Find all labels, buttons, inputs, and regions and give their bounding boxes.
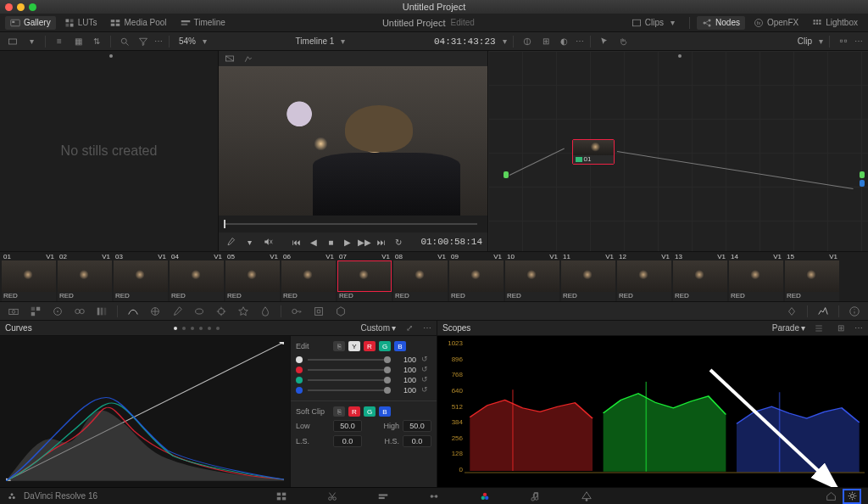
scrub-track[interactable] — [224, 223, 477, 225]
color-match-icon[interactable] — [27, 304, 44, 319]
sc-ls-field[interactable] — [333, 435, 362, 447]
link-channels-icon[interactable]: ⎘ — [333, 341, 345, 351]
rgb-mixer-icon[interactable] — [93, 304, 110, 319]
magic-mask-icon[interactable] — [235, 304, 252, 319]
clip-thumb-06[interactable]: 06V1 RED — [281, 252, 336, 301]
sc-b-chip[interactable]: B — [379, 406, 391, 417]
scope-options-icon[interactable] — [810, 321, 827, 336]
reset-icon[interactable]: ↺ — [421, 375, 431, 385]
chevron-down-icon[interactable]: ▾ — [341, 36, 345, 46]
zoom-level[interactable]: 54% — [175, 36, 199, 46]
slider-track[interactable] — [308, 389, 391, 391]
mute-audio-icon[interactable] — [261, 235, 275, 249]
reference-wipe-icon[interactable] — [242, 53, 254, 64]
camera-raw-icon[interactable] — [5, 304, 22, 319]
nodes-toggle[interactable]: Nodes — [697, 16, 745, 30]
clip-thumb-13[interactable]: 13V1 RED — [673, 252, 727, 301]
fusion-page-icon[interactable] — [427, 490, 441, 503]
playhead-timecode[interactable]: 01:00:58:14 — [420, 237, 482, 247]
intensity-slider-G[interactable]: 100 ↺ — [296, 375, 431, 385]
3d-icon[interactable] — [332, 304, 349, 319]
expand-icon[interactable]: ⤢ — [401, 321, 418, 336]
color-node-01[interactable]: 01 — [572, 139, 615, 165]
clip-thumb-14[interactable]: 14V1 RED — [729, 252, 783, 301]
clip-thumb-11[interactable]: 11V1 RED — [561, 252, 615, 301]
clip-thumbnail-strip[interactable]: 01V1 RED 02V1 RED 03V1 RED 04V1 RED 05V1… — [0, 251, 868, 302]
hdr-wheels-icon[interactable] — [71, 304, 88, 319]
node-zoom-out[interactable] — [836, 34, 851, 49]
list-view-button[interactable]: ≡ — [52, 34, 67, 49]
clip-thumb-04[interactable]: 04V1 RED — [170, 252, 224, 301]
play-button[interactable]: ▶ — [341, 235, 354, 249]
sc-r-chip[interactable]: R — [348, 406, 360, 417]
more-menu-icon[interactable]: ⋯ — [854, 36, 863, 46]
intensity-slider-Y[interactable]: 100 ↺ — [296, 355, 431, 365]
viewer-preview[interactable] — [219, 66, 487, 216]
curve-plot[interactable] — [0, 336, 291, 487]
filter-button[interactable] — [136, 34, 151, 49]
chevron-down-icon[interactable]: ▾ — [819, 36, 823, 46]
home-button[interactable] — [824, 490, 837, 503]
dropdown-icon[interactable]: ▾ — [242, 235, 256, 249]
go-last-button[interactable]: ⏭ — [375, 235, 388, 249]
more-menu-icon[interactable]: ⋯ — [854, 323, 863, 333]
sc-hs-field[interactable] — [403, 435, 431, 447]
color-page-icon[interactable] — [478, 490, 492, 503]
chevron-down-icon[interactable]: ▾ — [203, 36, 207, 46]
clip-thumb-05[interactable]: 05V1 RED — [225, 252, 280, 301]
stop-button[interactable]: ■ — [324, 235, 337, 249]
channel-y-chip[interactable]: Y — [348, 341, 360, 351]
slider-track[interactable] — [308, 369, 391, 371]
scope-layout-icon[interactable]: ⊞ — [832, 321, 849, 336]
more-menu-icon[interactable]: ⋯ — [576, 36, 584, 46]
curves-mode-dropdown[interactable]: Custom ▾ — [361, 323, 396, 333]
scopes-icon[interactable] — [815, 304, 832, 319]
node-output-icon[interactable] — [860, 171, 865, 178]
curves-icon[interactable] — [125, 304, 142, 319]
slider-track[interactable] — [308, 359, 391, 361]
pointer-tool[interactable] — [597, 34, 612, 49]
tracker-icon[interactable] — [213, 304, 230, 319]
color-warper-icon[interactable] — [147, 304, 164, 319]
step-fwd-button[interactable]: ▶▶ — [358, 235, 371, 249]
clip-thumb-03[interactable]: 03V1 RED — [114, 252, 168, 301]
clips-toggle[interactable]: Clips ▾ — [626, 16, 682, 30]
curves-mode-dots[interactable] — [174, 327, 220, 330]
search-button[interactable] — [117, 34, 132, 49]
project-settings-button[interactable] — [843, 489, 861, 504]
qualifier-icon[interactable] — [169, 304, 186, 319]
link-softclip-icon[interactable]: ⎘ — [333, 406, 345, 417]
eyedropper-icon[interactable] — [224, 235, 237, 249]
image-wipe-button[interactable] — [520, 34, 535, 49]
resolve-logo-icon[interactable] — [7, 491, 17, 501]
clip-thumb-08[interactable]: 08V1 RED — [393, 252, 448, 301]
sort-button[interactable]: ⇅ — [89, 34, 104, 49]
edit-page-icon[interactable] — [376, 490, 390, 503]
intensity-slider-R[interactable]: 100 ↺ — [296, 365, 431, 375]
node-graph-pane[interactable]: 01 — [488, 51, 868, 251]
luts-toggle[interactable]: LUTs — [59, 16, 103, 30]
clip-thumb-07[interactable]: 07V1 RED — [337, 252, 392, 301]
intensity-slider-B[interactable]: 100 ↺ — [296, 385, 431, 395]
media-page-icon[interactable] — [275, 490, 288, 503]
wheels-icon[interactable] — [49, 304, 66, 319]
clip-thumb-09[interactable]: 09V1 RED — [449, 252, 504, 301]
clip-thumb-15[interactable]: 15V1 RED — [785, 252, 839, 301]
clip-thumb-10[interactable]: 10V1 RED — [505, 252, 559, 301]
clip-thumb-02[interactable]: 02V1 RED — [58, 252, 112, 301]
openfx-toggle[interactable]: fx OpenFX — [748, 16, 804, 30]
sc-g-chip[interactable]: G — [364, 406, 376, 417]
sc-low-field[interactable] — [333, 420, 362, 432]
bypass-grades-icon[interactable] — [224, 53, 236, 64]
channel-g-chip[interactable]: G — [379, 341, 391, 351]
lightbox-toggle[interactable]: Lightbox — [807, 16, 863, 30]
sc-high-field[interactable] — [403, 420, 431, 432]
sizing-icon[interactable] — [310, 304, 327, 319]
deliver-page-icon[interactable] — [580, 490, 593, 503]
node-enabled-icon[interactable] — [576, 157, 582, 162]
more-menu-icon[interactable]: ⋯ — [423, 323, 431, 333]
clip-thumb-01[interactable]: 01V1 RED — [2, 252, 56, 301]
chevron-down-icon[interactable]: ▾ — [503, 36, 507, 46]
gallery-toggle[interactable]: Gallery — [5, 16, 56, 30]
still-grab-button[interactable] — [5, 34, 20, 49]
